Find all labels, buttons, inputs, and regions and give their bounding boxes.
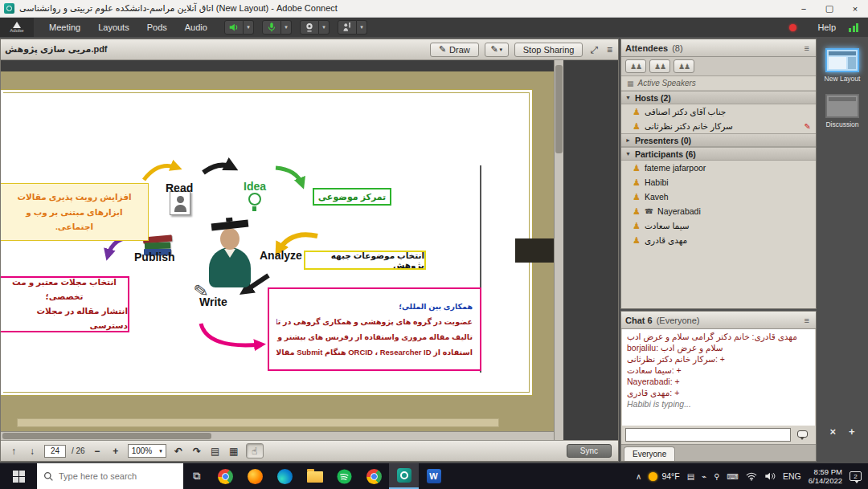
pod-menu-icon[interactable]: ≡ bbox=[605, 44, 614, 55]
network-icon[interactable] bbox=[746, 471, 757, 481]
thumbnails-button[interactable]: ▦ bbox=[227, 444, 240, 458]
pod-menu-icon[interactable]: ≡ bbox=[802, 316, 812, 325]
participant-row[interactable]: ♟ مهدی قادری bbox=[621, 233, 816, 247]
page-up-button[interactable]: ↑ bbox=[7, 444, 20, 458]
zoom-in-button[interactable]: + bbox=[109, 444, 122, 458]
touch-keyboard-icon[interactable]: ⌨ bbox=[727, 472, 739, 481]
microphone-tray-icon[interactable]: ⚲ bbox=[714, 472, 719, 481]
draw-button[interactable]: ✎ Draw bbox=[430, 43, 479, 57]
pod-menu-icon[interactable]: ≡ bbox=[802, 43, 812, 53]
search-input[interactable] bbox=[59, 471, 171, 481]
participant-row[interactable]: ♟ Habibi bbox=[621, 175, 816, 189]
action-center-icon[interactable]: 2 bbox=[850, 471, 862, 481]
document-viewport[interactable]: ✎ Read Idea Analyze Write Publish تمرکز … bbox=[1, 60, 618, 440]
spotify-icon bbox=[337, 469, 352, 484]
host-row[interactable]: ♟ سرکار خانم دکتر نظرثانی ✎ bbox=[621, 119, 816, 133]
chat-scope: (Everyone) bbox=[657, 316, 700, 325]
participant-row[interactable]: ♟ fateme jafarpoor bbox=[621, 161, 816, 175]
chat-message-list[interactable]: مهدی قادری: خانم دکتر گرامی سلام و عرض ا… bbox=[622, 329, 815, 426]
menu-pods[interactable]: Pods bbox=[138, 18, 176, 37]
tab-everyone[interactable]: Everyone bbox=[624, 446, 675, 461]
zoom-level-dropdown[interactable]: 100% ▾ bbox=[128, 444, 166, 458]
person-icon: ♟ bbox=[633, 108, 641, 116]
adobe-mark-icon bbox=[13, 22, 21, 28]
start-button[interactable] bbox=[0, 463, 37, 489]
attendees-pod-header[interactable]: Attendees (8) ≡ bbox=[621, 39, 816, 57]
hidden-icons-chevron[interactable]: ∧ bbox=[636, 472, 641, 481]
annotation-tool-button[interactable]: ✎ ▾ bbox=[485, 43, 509, 57]
chat-input[interactable] bbox=[625, 428, 791, 442]
adobe-logo[interactable]: Adobe bbox=[0, 18, 34, 37]
raise-hand-button[interactable] bbox=[338, 20, 357, 35]
host-row[interactable]: ♟ جناب آقای دکتر اصنافی bbox=[621, 104, 816, 119]
layout-thumbnail bbox=[825, 94, 859, 118]
close-icon[interactable]: × bbox=[829, 426, 836, 438]
connection-status-icon[interactable] bbox=[849, 23, 858, 32]
taskbar-edge[interactable] bbox=[270, 463, 300, 489]
taskbar-word[interactable]: W bbox=[419, 463, 448, 489]
presenters-section-header[interactable]: ► Presenters (0) bbox=[621, 133, 816, 147]
read-icon bbox=[170, 191, 190, 215]
taskbar-spotify[interactable] bbox=[330, 463, 359, 489]
phone-icon: ☎ bbox=[645, 207, 653, 215]
attendee-view-button-1[interactable]: ♟♟ bbox=[625, 59, 646, 73]
page-number-input[interactable] bbox=[44, 445, 66, 458]
chat-pod-header[interactable]: Chat 6 (Everyone) ≡ bbox=[621, 312, 816, 329]
participant-row[interactable]: ♟ Kaveh bbox=[621, 189, 816, 204]
volume-icon[interactable] bbox=[764, 471, 776, 481]
clock[interactable]: 8:59 PM 6/14/2022 bbox=[809, 467, 842, 485]
participants-section-header[interactable]: ▼ Participants (6) bbox=[621, 147, 816, 161]
attendee-view-button-2[interactable]: ♟♟ bbox=[649, 59, 670, 73]
microphone-button[interactable] bbox=[262, 20, 281, 35]
redo-button[interactable]: ↷ bbox=[190, 444, 203, 458]
menu-layouts[interactable]: Layouts bbox=[89, 18, 138, 37]
fullscreen-icon[interactable]: ⤢ bbox=[588, 44, 600, 55]
active-speakers-icon: ▦ bbox=[627, 79, 634, 88]
weather-temp[interactable]: 94°F bbox=[661, 471, 679, 481]
layout-discussion[interactable]: Discussion bbox=[825, 94, 859, 128]
task-view-button[interactable]: ⧉ bbox=[183, 463, 211, 489]
maximize-button[interactable]: ▢ bbox=[817, 0, 842, 17]
participant-row[interactable]: ♟ ☎ Nayerabadi bbox=[621, 204, 816, 218]
webcam-button[interactable] bbox=[300, 20, 319, 35]
attendee-view-button-3[interactable]: ♟♟ bbox=[674, 59, 694, 73]
taskbar-firefox[interactable] bbox=[240, 463, 270, 489]
horizontal-scrollbar[interactable] bbox=[1, 431, 554, 440]
add-icon[interactable]: + bbox=[849, 426, 855, 438]
speaker-button[interactable] bbox=[224, 20, 244, 35]
export-snapshot-button[interactable]: ▤ bbox=[209, 444, 222, 458]
taskbar-chrome[interactable] bbox=[211, 463, 240, 489]
layout-new-layout[interactable]: New Layout bbox=[825, 48, 861, 83]
taskbar-search[interactable] bbox=[37, 463, 183, 489]
status-dropdown[interactable]: ▾ bbox=[357, 20, 367, 35]
close-button[interactable]: × bbox=[842, 0, 868, 17]
power-tray-icon[interactable]: ⌁ bbox=[702, 472, 706, 481]
send-message-button[interactable] bbox=[794, 428, 812, 442]
taskbar-file-explorer[interactable] bbox=[300, 463, 330, 489]
microphone-dropdown[interactable]: ▾ bbox=[281, 20, 292, 35]
hosts-section-header[interactable]: ▼ Hosts (2) bbox=[621, 91, 816, 104]
stop-sharing-button[interactable]: Stop Sharing bbox=[514, 43, 583, 57]
help-menu[interactable]: Help bbox=[817, 22, 836, 32]
menu-meeting[interactable]: Meeting bbox=[40, 18, 89, 37]
undo-button[interactable]: ↶ bbox=[172, 444, 185, 458]
recording-indicator-icon[interactable] bbox=[789, 24, 796, 31]
webcam-dropdown[interactable]: ▾ bbox=[319, 20, 330, 35]
vertical-scrollbar-thumb[interactable] bbox=[555, 65, 563, 153]
horizontal-scrollbar-thumb[interactable] bbox=[2, 433, 211, 439]
speaker-dropdown[interactable]: ▾ bbox=[244, 20, 254, 35]
attendees-count: (8) bbox=[672, 43, 682, 53]
vertical-scrollbar[interactable] bbox=[554, 60, 563, 440]
display-tray-icon[interactable]: ▤ bbox=[687, 472, 694, 481]
minimize-button[interactable]: − bbox=[791, 0, 817, 17]
sync-button[interactable]: Sync bbox=[567, 444, 612, 458]
page-down-button[interactable]: ↓ bbox=[26, 444, 39, 458]
participant-row[interactable]: ♟ سیما سعادت bbox=[621, 218, 816, 233]
share-pod-header[interactable]: مریی سازی پژوهش.pdf ✎ Draw ✎ ▾ Stop Shar… bbox=[1, 39, 618, 60]
pan-tool-button[interactable]: ☝ bbox=[246, 443, 264, 458]
zoom-out-button[interactable]: − bbox=[91, 444, 104, 458]
language-indicator[interactable]: ENG bbox=[783, 471, 801, 481]
taskbar-chrome-profile[interactable] bbox=[359, 463, 389, 489]
taskbar-adobe-connect[interactable] bbox=[389, 463, 419, 489]
menu-audio[interactable]: Audio bbox=[176, 18, 216, 37]
